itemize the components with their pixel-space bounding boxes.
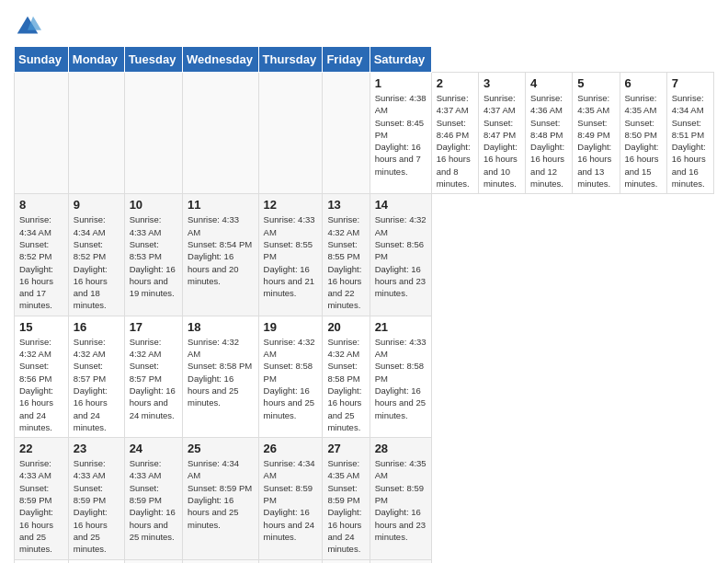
day-info: Sunrise: 4:37 AMSunset: 8:46 PMDaylight:… [437, 92, 473, 190]
day-cell: 21Sunrise: 4:33 AMSunset: 8:58 PMDayligh… [370, 316, 431, 437]
day-info: Sunrise: 4:34 AMSunset: 8:52 PMDaylight:… [74, 213, 119, 311]
day-number: 17 [130, 320, 177, 334]
empty-day-cell [124, 559, 182, 563]
day-number: 19 [264, 320, 318, 334]
day-number: 9 [74, 198, 119, 212]
day-info: Sunrise: 4:32 AMSunset: 8:58 PMDaylight:… [327, 336, 364, 433]
day-info: Sunrise: 4:32 AMSunset: 8:57 PMDaylight:… [130, 336, 177, 421]
empty-day-cell [15, 73, 69, 194]
day-cell: 9Sunrise: 4:34 AMSunset: 8:52 PMDaylight… [68, 194, 124, 316]
day-cell: 10Sunrise: 4:33 AMSunset: 8:53 PMDayligh… [124, 194, 182, 316]
day-cell: 24Sunrise: 4:33 AMSunset: 8:59 PMDayligh… [124, 438, 182, 559]
day-info: Sunrise: 4:32 AMSunset: 8:58 PMDaylight:… [264, 336, 318, 421]
day-number: 24 [130, 442, 177, 455]
day-number: 11 [188, 198, 254, 212]
day-info: Sunrise: 4:35 AMSunset: 8:50 PMDaylight:… [625, 92, 662, 190]
day-number: 7 [672, 76, 709, 90]
day-info: Sunrise: 4:33 AMSunset: 8:53 PMDaylight:… [130, 213, 177, 299]
day-cell: 11Sunrise: 4:33 AMSunset: 8:54 PMDayligh… [183, 194, 259, 316]
day-number: 27 [327, 442, 364, 455]
day-number: 16 [74, 320, 119, 334]
day-cell: 22Sunrise: 4:33 AMSunset: 8:59 PMDayligh… [15, 438, 69, 559]
day-number: 4 [530, 76, 567, 90]
calendar-week-row: 29Sunrise: 4:36 AMSunset: 8:59 PMDayligh… [15, 559, 714, 563]
day-number: 5 [577, 76, 614, 90]
day-number: 15 [19, 320, 63, 334]
day-number: 1 [375, 76, 427, 90]
day-cell: 12Sunrise: 4:33 AMSunset: 8:55 PMDayligh… [258, 194, 323, 316]
day-number: 14 [375, 198, 427, 212]
day-cell: 29Sunrise: 4:36 AMSunset: 8:59 PMDayligh… [15, 559, 69, 563]
logo [14, 13, 45, 40]
day-cell: 2Sunrise: 4:37 AMSunset: 8:46 PMDaylight… [431, 73, 478, 194]
day-info: Sunrise: 4:33 AMSunset: 8:59 PMDaylight:… [19, 457, 63, 555]
day-info: Sunrise: 4:35 AMSunset: 8:49 PMDaylight:… [577, 92, 614, 190]
calendar-week-row: 1Sunrise: 4:38 AMSunset: 8:45 PMDaylight… [15, 73, 714, 194]
day-number: 3 [483, 76, 520, 90]
day-cell: 14Sunrise: 4:32 AMSunset: 8:56 PMDayligh… [370, 194, 431, 316]
day-cell: 13Sunrise: 4:32 AMSunset: 8:55 PMDayligh… [323, 194, 370, 316]
empty-day-cell [183, 73, 259, 194]
day-number: 10 [130, 198, 177, 212]
empty-day-cell [183, 559, 259, 563]
day-info: Sunrise: 4:32 AMSunset: 8:58 PMDaylight:… [188, 336, 254, 409]
day-info: Sunrise: 4:34 AMSunset: 8:59 PMDaylight:… [188, 457, 254, 531]
empty-day-cell [68, 73, 124, 194]
day-cell: 7Sunrise: 4:34 AMSunset: 8:51 PMDaylight… [666, 73, 713, 194]
day-cell: 26Sunrise: 4:34 AMSunset: 8:59 PMDayligh… [258, 438, 323, 559]
day-info: Sunrise: 4:33 AMSunset: 8:59 PMDaylight:… [74, 457, 119, 555]
day-cell: 8Sunrise: 4:34 AMSunset: 8:52 PMDaylight… [15, 194, 69, 316]
day-cell: 6Sunrise: 4:35 AMSunset: 8:50 PMDaylight… [620, 73, 666, 194]
day-number: 8 [19, 198, 63, 212]
day-info: Sunrise: 4:33 AMSunset: 8:59 PMDaylight:… [130, 457, 177, 543]
empty-day-cell [323, 559, 370, 563]
day-cell: 25Sunrise: 4:34 AMSunset: 8:59 PMDayligh… [183, 438, 259, 559]
day-cell: 30Sunrise: 4:36 AMSunset: 8:58 PMDayligh… [68, 559, 124, 563]
day-number: 26 [264, 442, 318, 455]
calendar-week-row: 22Sunrise: 4:33 AMSunset: 8:59 PMDayligh… [15, 438, 714, 559]
day-cell: 16Sunrise: 4:32 AMSunset: 8:57 PMDayligh… [68, 316, 124, 437]
calendar-week-row: 15Sunrise: 4:32 AMSunset: 8:56 PMDayligh… [15, 316, 714, 437]
day-info: Sunrise: 4:34 AMSunset: 8:59 PMDaylight:… [264, 457, 318, 543]
calendar-body: 1Sunrise: 4:38 AMSunset: 8:45 PMDaylight… [15, 73, 714, 564]
day-info: Sunrise: 4:32 AMSunset: 8:56 PMDaylight:… [19, 336, 63, 433]
day-cell: 18Sunrise: 4:32 AMSunset: 8:58 PMDayligh… [183, 316, 259, 437]
day-info: Sunrise: 4:33 AMSunset: 8:55 PMDaylight:… [264, 213, 318, 299]
weekday-header-cell: Sunday [15, 47, 69, 73]
day-cell: 5Sunrise: 4:35 AMSunset: 8:49 PMDaylight… [573, 73, 620, 194]
day-cell: 23Sunrise: 4:33 AMSunset: 8:59 PMDayligh… [68, 438, 124, 559]
empty-day-cell [370, 559, 431, 563]
day-number: 6 [625, 76, 662, 90]
day-cell: 28Sunrise: 4:35 AMSunset: 8:59 PMDayligh… [370, 438, 431, 559]
day-info: Sunrise: 4:38 AMSunset: 8:45 PMDaylight:… [375, 92, 427, 178]
weekday-header-cell: Thursday [258, 47, 323, 73]
day-info: Sunrise: 4:37 AMSunset: 8:47 PMDaylight:… [483, 92, 520, 190]
weekday-header-cell: Friday [323, 47, 370, 73]
day-cell: 19Sunrise: 4:32 AMSunset: 8:58 PMDayligh… [258, 316, 323, 437]
day-number: 13 [327, 198, 364, 212]
day-info: Sunrise: 4:36 AMSunset: 8:48 PMDaylight:… [530, 92, 567, 190]
day-info: Sunrise: 4:35 AMSunset: 8:59 PMDaylight:… [327, 457, 364, 555]
day-number: 21 [375, 320, 427, 334]
weekday-header-cell: Monday [68, 47, 124, 73]
day-cell: 1Sunrise: 4:38 AMSunset: 8:45 PMDaylight… [370, 73, 431, 194]
day-info: Sunrise: 4:32 AMSunset: 8:57 PMDaylight:… [74, 336, 119, 433]
day-info: Sunrise: 4:32 AMSunset: 8:55 PMDaylight:… [327, 213, 364, 311]
day-number: 12 [264, 198, 318, 212]
day-cell: 27Sunrise: 4:35 AMSunset: 8:59 PMDayligh… [323, 438, 370, 559]
day-number: 25 [188, 442, 254, 455]
day-cell: 3Sunrise: 4:37 AMSunset: 8:47 PMDaylight… [478, 73, 525, 194]
day-info: Sunrise: 4:35 AMSunset: 8:59 PMDaylight:… [375, 457, 427, 543]
day-info: Sunrise: 4:33 AMSunset: 8:54 PMDaylight:… [188, 213, 254, 287]
day-info: Sunrise: 4:34 AMSunset: 8:52 PMDaylight:… [19, 213, 63, 311]
day-cell: 4Sunrise: 4:36 AMSunset: 8:48 PMDaylight… [526, 73, 573, 194]
logo-icon [14, 13, 41, 40]
day-number: 23 [74, 442, 119, 455]
day-cell: 15Sunrise: 4:32 AMSunset: 8:56 PMDayligh… [15, 316, 69, 437]
calendar-table: SundayMondayTuesdayWednesdayThursdayFrid… [14, 46, 714, 563]
calendar-week-row: 8Sunrise: 4:34 AMSunset: 8:52 PMDaylight… [15, 194, 714, 316]
empty-day-cell [323, 73, 370, 194]
day-info: Sunrise: 4:34 AMSunset: 8:51 PMDaylight:… [672, 92, 709, 190]
header [14, 9, 714, 40]
empty-day-cell [258, 559, 323, 563]
